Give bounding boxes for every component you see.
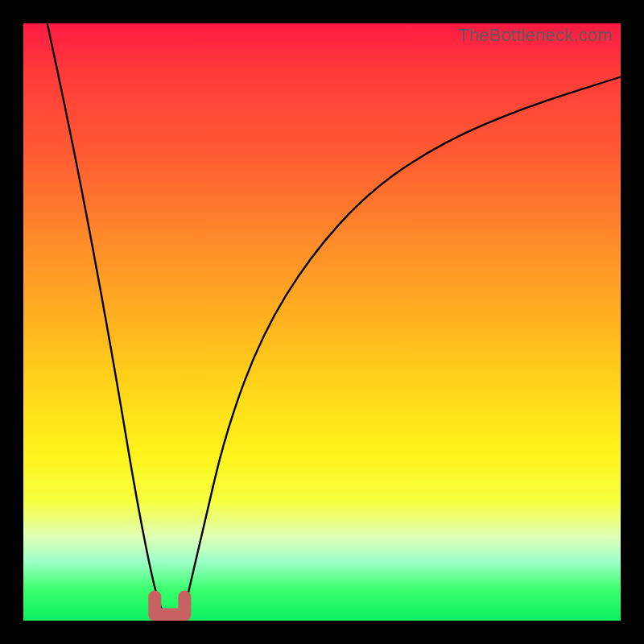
chart-frame: TheBottleneck.com <box>0 0 644 644</box>
curve-right <box>184 77 621 609</box>
plot-area: TheBottleneck.com <box>23 23 621 621</box>
curve-left <box>47 23 164 615</box>
chart-svg <box>23 23 621 621</box>
optimal-marker <box>155 597 184 615</box>
